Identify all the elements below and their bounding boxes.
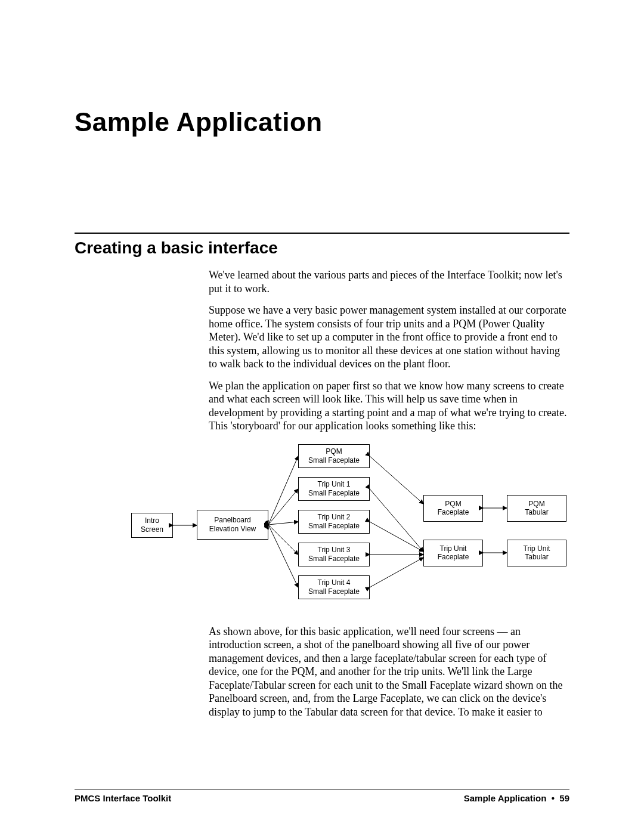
diagram-connectors bbox=[131, 441, 578, 614]
svg-line-3 bbox=[268, 522, 298, 525]
body-paragraph: We plan the application on paper first s… bbox=[209, 379, 569, 433]
document-page: Sample Application Creating a basic inte… bbox=[0, 0, 644, 833]
footer-right: Sample Application • 59 bbox=[464, 793, 569, 803]
page-footer: PMCS Interface Toolkit Sample Applicatio… bbox=[75, 789, 569, 803]
chapter-title: Sample Application bbox=[75, 107, 569, 137]
footer-section-label: Sample Application bbox=[464, 793, 547, 803]
body-paragraph: We've learned about the various parts an… bbox=[209, 268, 569, 295]
svg-line-1 bbox=[268, 456, 298, 525]
svg-line-10 bbox=[370, 558, 423, 587]
bullet-icon: • bbox=[552, 793, 555, 803]
section-divider bbox=[75, 233, 569, 234]
footer-left: PMCS Interface Toolkit bbox=[75, 793, 171, 803]
svg-line-5 bbox=[268, 525, 298, 587]
footer-page-number: 59 bbox=[559, 793, 569, 803]
svg-line-2 bbox=[268, 489, 298, 525]
body-paragraph: Suppose we have a very basic power manag… bbox=[209, 304, 569, 371]
svg-line-6 bbox=[370, 456, 423, 504]
storyboard-diagram: IntroScreen PanelboardElevation View PQM… bbox=[131, 441, 578, 614]
svg-line-8 bbox=[370, 522, 423, 552]
section-title: Creating a basic interface bbox=[75, 239, 569, 258]
svg-line-7 bbox=[370, 489, 423, 552]
body-paragraph: As shown above, for this basic applicati… bbox=[209, 625, 569, 719]
svg-line-4 bbox=[268, 525, 298, 555]
